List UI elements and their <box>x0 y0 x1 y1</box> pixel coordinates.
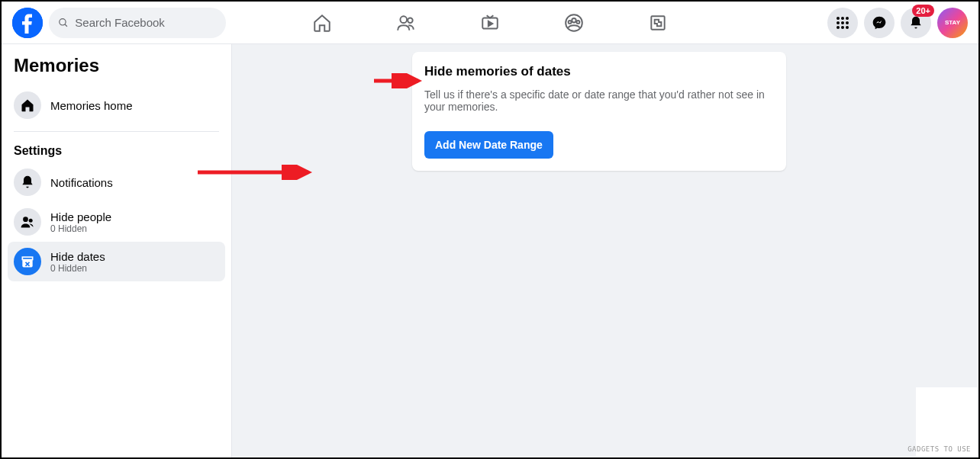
svg-rect-23 <box>22 257 32 259</box>
groups-icon <box>564 13 584 33</box>
header-left <box>2 8 226 38</box>
facebook-logo[interactable] <box>12 8 43 38</box>
sidebar-item-label: Hide people <box>50 210 111 223</box>
bell-icon <box>908 15 924 30</box>
gaming-icon <box>648 13 668 33</box>
nav-groups[interactable] <box>558 7 590 39</box>
header-right: 20+ STAY <box>827 8 968 38</box>
svg-point-14 <box>837 21 840 24</box>
svg-point-21 <box>29 219 33 223</box>
notification-badge: 20+ <box>912 5 934 17</box>
page-title: Memories <box>2 55 231 85</box>
svg-point-11 <box>837 17 840 20</box>
facebook-icon <box>12 8 43 38</box>
svg-point-8 <box>569 20 572 23</box>
svg-rect-10 <box>651 16 664 29</box>
svg-point-3 <box>400 16 407 23</box>
sidebar-item-sub: 0 Hidden <box>50 223 111 234</box>
sidebar-item-label: Hide dates <box>50 250 105 263</box>
sidebar-item-hide-dates[interactable]: Hide dates 0 Hidden <box>8 242 225 281</box>
menu-button[interactable] <box>827 8 858 38</box>
divider <box>14 131 219 132</box>
sidebar-text: Hide people 0 Hidden <box>50 210 111 234</box>
sidebar-item-label: Memories home <box>50 99 133 112</box>
svg-point-7 <box>572 18 575 22</box>
sidebar-item-hide-people[interactable]: Hide people 0 Hidden <box>8 202 225 242</box>
notifications-button[interactable]: 20+ <box>901 8 931 38</box>
svg-point-20 <box>23 217 28 222</box>
sidebar-item-home[interactable]: Memories home <box>8 85 225 125</box>
bell-icon <box>14 169 41 196</box>
svg-point-17 <box>837 26 840 29</box>
add-date-range-button[interactable]: Add New Date Range <box>424 131 553 159</box>
sidebar: Memories Memories home Settings Notifica… <box>2 44 232 457</box>
messenger-button[interactable] <box>864 8 895 38</box>
search-box[interactable] <box>49 8 226 38</box>
watch-icon <box>480 13 500 33</box>
content: Memories Memories home Settings Notifica… <box>2 44 978 457</box>
home-icon <box>14 91 41 119</box>
svg-point-1 <box>60 18 66 24</box>
sidebar-item-sub: 0 Hidden <box>50 263 105 274</box>
grid-icon <box>835 15 850 30</box>
sidebar-section-settings: Settings <box>2 138 231 162</box>
avatar[interactable]: STAY <box>937 8 968 38</box>
sidebar-item-notifications[interactable]: Notifications <box>8 162 225 202</box>
svg-line-2 <box>65 24 67 26</box>
friends-icon <box>396 13 416 33</box>
search-input[interactable] <box>75 16 217 29</box>
sidebar-text: Hide dates 0 Hidden <box>50 250 105 274</box>
svg-point-16 <box>846 21 849 24</box>
calendar-x-icon <box>14 248 41 275</box>
card-description: Tell us if there's a specific date or da… <box>424 88 774 113</box>
watermark: GADGETS TO USE <box>907 445 971 453</box>
header-nav <box>306 7 674 39</box>
svg-point-13 <box>846 17 849 20</box>
nav-home[interactable] <box>306 7 338 39</box>
header: 20+ STAY <box>2 2 978 44</box>
search-icon <box>58 17 69 29</box>
svg-point-15 <box>841 21 844 24</box>
main: Hide memories of dates Tell us if there'… <box>232 44 978 457</box>
sidebar-item-label: Notifications <box>50 176 113 189</box>
nav-gaming[interactable] <box>642 7 674 39</box>
home-icon <box>312 13 332 33</box>
nav-friends[interactable] <box>390 7 422 39</box>
people-icon <box>14 208 41 236</box>
svg-point-9 <box>576 20 579 23</box>
svg-point-19 <box>846 26 849 29</box>
nav-watch[interactable] <box>474 7 506 39</box>
svg-point-18 <box>841 26 844 29</box>
hide-dates-card: Hide memories of dates Tell us if there'… <box>412 52 786 171</box>
svg-point-12 <box>841 17 844 20</box>
messenger-icon <box>872 15 887 30</box>
card-title: Hide memories of dates <box>424 64 774 79</box>
svg-point-4 <box>408 18 413 23</box>
